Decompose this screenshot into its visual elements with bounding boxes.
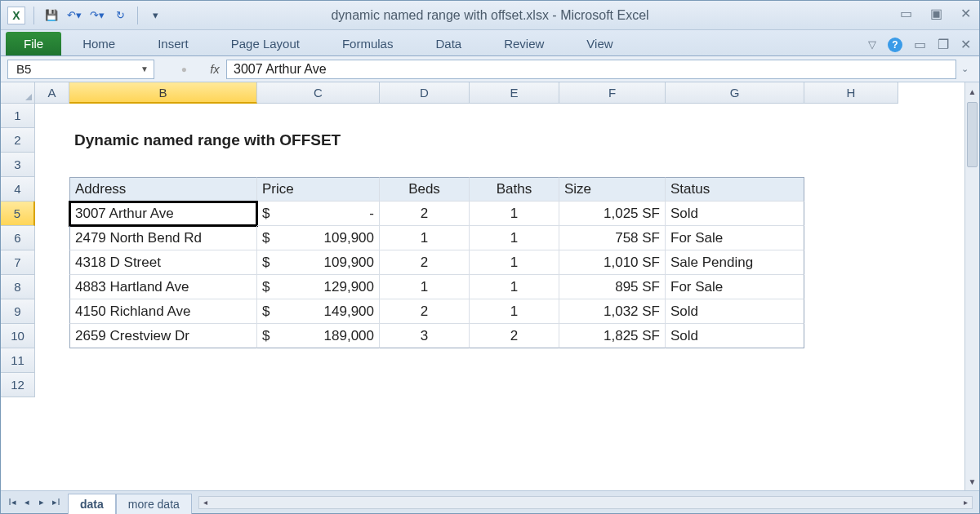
- header-price[interactable]: Price: [257, 177, 380, 202]
- cell[interactable]: [35, 226, 69, 250]
- tab-view[interactable]: View: [565, 31, 634, 55]
- refresh-icon[interactable]: ↻: [111, 7, 129, 24]
- ribbon-minimize-icon[interactable]: ▽: [868, 38, 876, 51]
- qat-customize-icon[interactable]: ▾: [146, 7, 164, 24]
- tab-formulas[interactable]: Formulas: [321, 31, 415, 55]
- cell-beds[interactable]: 2: [380, 299, 470, 324]
- cell-baths[interactable]: 1: [470, 299, 559, 324]
- cell[interactable]: [470, 348, 559, 373]
- scroll-down-icon[interactable]: ▼: [965, 474, 979, 489]
- cell[interactable]: [35, 104, 69, 128]
- cell[interactable]: [35, 324, 69, 348]
- column-header[interactable]: F: [559, 82, 666, 104]
- cell[interactable]: [666, 153, 804, 177]
- last-sheet-icon[interactable]: ▸I: [50, 497, 63, 507]
- cell-address[interactable]: 2479 North Bend Rd: [69, 226, 257, 250]
- column-header[interactable]: E: [470, 82, 559, 104]
- next-sheet-icon[interactable]: ▸: [35, 497, 48, 507]
- row-header[interactable]: 8: [1, 275, 35, 299]
- cell-status[interactable]: Sold: [666, 299, 804, 324]
- cell[interactable]: [257, 373, 380, 397]
- cell[interactable]: [35, 202, 69, 226]
- cell[interactable]: [69, 373, 257, 397]
- cell-baths[interactable]: 2: [470, 324, 559, 348]
- cell[interactable]: [35, 128, 69, 153]
- file-tab[interactable]: File: [6, 32, 61, 55]
- cell[interactable]: [804, 348, 898, 373]
- cell-price[interactable]: $129,900: [257, 275, 380, 299]
- row-header[interactable]: 10: [1, 324, 35, 348]
- cell[interactable]: [380, 153, 470, 177]
- cell[interactable]: [35, 153, 69, 177]
- cell[interactable]: [666, 104, 804, 128]
- cell-status[interactable]: For Sale: [666, 226, 804, 250]
- cell[interactable]: [257, 104, 380, 128]
- header-beds[interactable]: Beds: [380, 177, 470, 202]
- sheet-tab-more-data[interactable]: more data: [116, 494, 192, 514]
- cell[interactable]: [380, 373, 470, 397]
- column-header[interactable]: H: [804, 82, 898, 104]
- cell[interactable]: [35, 348, 69, 373]
- scroll-left-icon[interactable]: ◂: [199, 497, 212, 508]
- header-size[interactable]: Size: [559, 177, 666, 202]
- cell-baths[interactable]: 1: [470, 275, 559, 299]
- undo-icon[interactable]: ↶▾: [65, 7, 83, 24]
- row-header[interactable]: 5: [1, 202, 35, 226]
- expand-formula-bar-icon[interactable]: ⌄: [956, 64, 973, 74]
- cell-status[interactable]: Sold: [666, 202, 804, 226]
- tab-insert[interactable]: Insert: [136, 31, 210, 55]
- column-header[interactable]: A: [35, 82, 69, 104]
- cell[interactable]: [804, 177, 898, 202]
- minimize-icon[interactable]: ▭: [900, 6, 912, 21]
- cell-price[interactable]: $109,900: [257, 226, 380, 250]
- scroll-thumb[interactable]: [967, 102, 978, 167]
- cell[interactable]: [804, 104, 898, 128]
- cell-status[interactable]: For Sale: [666, 275, 804, 299]
- cell[interactable]: [35, 373, 69, 397]
- cell-address[interactable]: 2659 Crestview Dr: [69, 324, 257, 348]
- cell-address[interactable]: 4150 Richland Ave: [69, 299, 257, 324]
- cell-size[interactable]: 1,825 SF: [559, 324, 666, 348]
- tab-data[interactable]: Data: [414, 31, 483, 55]
- cell[interactable]: [380, 348, 470, 373]
- scroll-up-icon[interactable]: ▲: [965, 84, 979, 99]
- cell-price[interactable]: $189,000: [257, 324, 380, 348]
- cell-beds[interactable]: 1: [380, 226, 470, 250]
- cell-beds[interactable]: 1: [380, 275, 470, 299]
- doc-restore-icon[interactable]: ❐: [938, 37, 949, 52]
- cell[interactable]: [804, 373, 898, 397]
- vertical-scrollbar[interactable]: ▲ ▼: [964, 82, 979, 490]
- header-baths[interactable]: Baths: [470, 177, 559, 202]
- row-header[interactable]: 9: [1, 299, 35, 324]
- tab-page-layout[interactable]: Page Layout: [210, 31, 321, 55]
- help-icon[interactable]: ?: [888, 38, 902, 52]
- row-header[interactable]: 2: [1, 128, 35, 153]
- cell[interactable]: [69, 104, 257, 128]
- fx-icon[interactable]: fx: [203, 62, 226, 76]
- cell-beds[interactable]: 2: [380, 202, 470, 226]
- cell-baths[interactable]: 1: [470, 202, 559, 226]
- cell[interactable]: [69, 153, 257, 177]
- cell[interactable]: [559, 153, 666, 177]
- prev-sheet-icon[interactable]: ◂: [20, 497, 33, 507]
- cell-baths[interactable]: 1: [470, 226, 559, 250]
- cell-price[interactable]: $109,900: [257, 250, 380, 275]
- horizontal-scrollbar[interactable]: ◂ ▸: [198, 496, 973, 509]
- cell[interactable]: [257, 153, 380, 177]
- cell[interactable]: [804, 299, 898, 324]
- maximize-icon[interactable]: ▣: [930, 6, 942, 21]
- cell-size[interactable]: 758 SF: [559, 226, 666, 250]
- cell[interactable]: [35, 275, 69, 299]
- cell[interactable]: [559, 104, 666, 128]
- cell[interactable]: [666, 373, 804, 397]
- header-address[interactable]: Address: [69, 177, 257, 202]
- sheet-tab-data[interactable]: data: [68, 494, 116, 514]
- cell-price[interactable]: $-: [257, 202, 380, 226]
- row-header[interactable]: 12: [1, 373, 35, 397]
- close-icon[interactable]: ✕: [960, 6, 971, 21]
- redo-icon[interactable]: ↷▾: [88, 7, 106, 24]
- cell[interactable]: [470, 104, 559, 128]
- cell[interactable]: [380, 104, 470, 128]
- cell[interactable]: [470, 373, 559, 397]
- cell[interactable]: [804, 250, 898, 275]
